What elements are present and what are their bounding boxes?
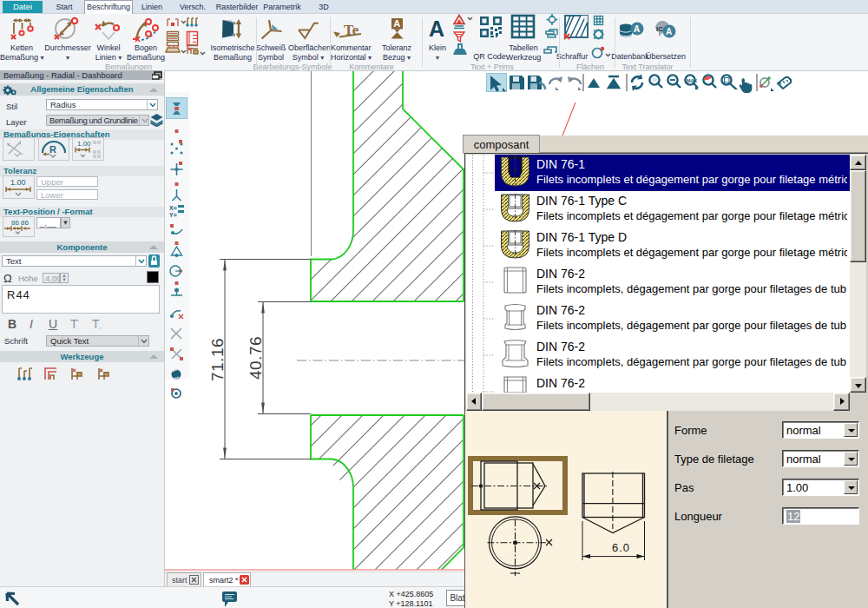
svg-text:IC: IC <box>656 25 663 33</box>
svg-text:Y=: Y= <box>169 212 177 218</box>
svg-text:A: A <box>666 27 672 36</box>
svg-text:40.76: 40.76 <box>247 336 265 380</box>
svg-text:A: A <box>393 18 400 29</box>
svg-text:71.16: 71.16 <box>208 338 227 381</box>
svg-text:1.00: 1.00 <box>10 178 26 187</box>
svg-text:A: A <box>634 24 640 34</box>
svg-text:X=: X= <box>169 205 177 211</box>
svg-text:A: A <box>429 17 444 41</box>
svg-text:1.00: 1.00 <box>77 140 91 148</box>
svg-text:MAX: MAX <box>687 78 698 83</box>
svg-text:R: R <box>49 144 56 155</box>
svg-text:6.0: 6.0 <box>612 541 630 554</box>
svg-text:86 86: 86 86 <box>11 219 30 227</box>
